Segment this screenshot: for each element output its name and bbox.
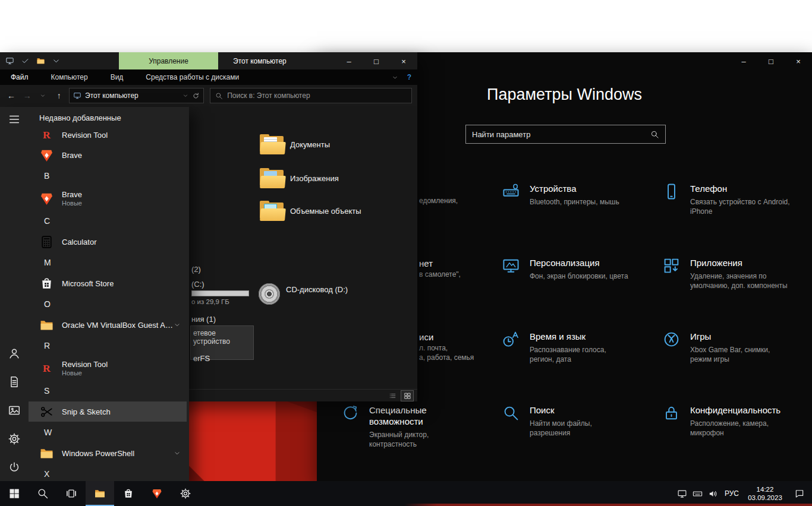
snip-icon (39, 404, 54, 419)
taskbar-explorer-button[interactable] (86, 481, 114, 506)
quick-access-check[interactable] (21, 56, 30, 65)
language-indicator[interactable]: РУС (720, 489, 743, 498)
tray-network-icon[interactable] (674, 481, 690, 506)
settings-category-специальные-возможности[interactable]: Специальные возможностиЭкранный диктор, … (342, 404, 471, 449)
start-power-button[interactable] (8, 461, 21, 474)
settings-category-телефон[interactable]: ТелефонСвязать устройство с Android, iPh… (663, 183, 792, 216)
action-center-button[interactable] (787, 481, 812, 506)
clock[interactable]: 14:22 03.09.2023 (743, 485, 787, 502)
drives-group-header-fragment[interactable]: (2) (191, 265, 201, 274)
start-app-revision-tool[interactable]: RRevision Tool (29, 125, 187, 145)
cd-drive-tile[interactable]: CD-дисковод (D:) (259, 283, 348, 305)
settings-category-игры[interactable]: ИгрыXbox Game Bar, снимки, режим игры (663, 331, 792, 364)
apps-icon (663, 257, 680, 274)
settings-occluded-category-fragment[interactable]: исил. почта,а, работа, семья (419, 331, 474, 362)
start-button[interactable] (0, 481, 29, 506)
ribbon-tab-вид[interactable]: Вид (111, 73, 124, 81)
start-section-letter-b[interactable]: B (29, 165, 187, 186)
tray-keyboard-icon[interactable] (690, 481, 705, 506)
explorer-maximize-button[interactable]: □ (363, 52, 390, 70)
start-pictures-button[interactable] (8, 404, 21, 417)
settings-category-устройства[interactable]: УстройстваBluetooth, принтеры, мышь (502, 183, 619, 207)
speaker-icon (708, 489, 718, 499)
ribbon-tab-компьютер[interactable]: Компьютер (51, 73, 88, 81)
ribbon-collapse-icon[interactable] (392, 74, 398, 81)
folder-small-icon (39, 446, 54, 461)
ribbon-contextual-tab-management[interactable]: Управление (119, 52, 218, 69)
folder-tile-документы[interactable]: Документы (260, 134, 330, 154)
drive-c-capacity-bar (191, 290, 249, 296)
gear-icon (180, 488, 191, 499)
gear-icon (8, 432, 21, 445)
start-section-letter-m[interactable]: M (29, 252, 187, 273)
settings-occluded-category-fragment[interactable]: нетв самолете", (419, 258, 461, 279)
quick-access-this-pc[interactable] (5, 56, 14, 65)
history-dropdown-button[interactable] (37, 89, 49, 102)
help-icon[interactable]: ? (407, 73, 411, 81)
explorer-minimize-button[interactable]: – (335, 52, 363, 70)
network-group-header-fragment[interactable]: ния (1) (191, 315, 216, 324)
forward-button[interactable]: → (21, 89, 33, 102)
settings-search-box[interactable]: Найти параметр (465, 125, 666, 144)
start-app-brave[interactable]: Brave (29, 145, 187, 165)
settings-occluded-category-fragment[interactable]: едомления, (419, 196, 458, 205)
settings-category-приложения[interactable]: ПриложенияУдаление, значения по умолчани… (663, 257, 792, 290)
explorer-ribbon-tabs: ФайлКомпьютерВидСредства работы с дискам… (0, 69, 417, 85)
start-expand-button[interactable] (8, 113, 21, 126)
ribbon-tab-файл[interactable]: Файл (11, 73, 29, 81)
start-section-letter-o[interactable]: O (29, 293, 187, 315)
address-dropdown-icon[interactable] (182, 93, 188, 99)
start-documents-button[interactable] (8, 375, 21, 388)
folder-small-icon (39, 318, 54, 333)
start-section-letter-r[interactable]: R (29, 335, 187, 356)
start-section-letter-w[interactable]: W (29, 422, 187, 443)
start-account-button[interactable] (8, 347, 21, 360)
start-app-oracle-vm-virtualbox-guest-addit[interactable]: Oracle VM VirtualBox Guest Addit... (29, 315, 187, 335)
thumbnail-view-button[interactable] (401, 391, 413, 401)
refresh-icon[interactable] (192, 92, 200, 100)
settings-maximize-button[interactable]: □ (757, 52, 785, 70)
explorer-search-box[interactable]: Поиск в: Этот компьютер (210, 88, 412, 103)
list-view-button[interactable] (386, 391, 398, 401)
network-location-tile[interactable]: етевое устройство erFS (190, 325, 254, 360)
start-app-calculator[interactable]: Calculator (29, 232, 187, 252)
start-app-text: Oracle VM VirtualBox Guest Addit... (62, 321, 174, 330)
task-view-button[interactable] (57, 481, 86, 506)
taskbar-search-button[interactable] (29, 481, 57, 506)
start-section-letter-s[interactable]: S (29, 380, 187, 401)
folder-tile-изображения[interactable]: Изображения (260, 168, 339, 188)
settings-category-поиск[interactable]: ПоискНайти мои файлы, разрешения (502, 404, 632, 438)
explorer-close-button[interactable]: × (390, 52, 417, 70)
start-app-badge: Новые (62, 369, 108, 377)
start-app-windows-powershell[interactable]: Windows PowerShell (29, 443, 187, 463)
up-button[interactable]: ↑ (53, 89, 65, 102)
taskbar-store-button[interactable] (114, 481, 143, 506)
back-button[interactable]: ← (5, 89, 17, 102)
start-app-text: BraveНовые (62, 190, 82, 207)
start-app-snip-sketch[interactable]: Snip & Sketch (29, 401, 187, 422)
quick-access-folder[interactable] (36, 56, 45, 65)
settings-category-subtitle: Найти мои файлы, разрешения (530, 419, 632, 438)
settings-category-конфиденциальность[interactable]: КонфиденциальностьРасположение, камера, … (663, 404, 792, 438)
start-section-letter-c[interactable]: C (29, 210, 187, 232)
settings-window-controls: – □ × (730, 52, 812, 70)
taskbar-settings-button[interactable] (171, 481, 200, 506)
settings-category-персонализация[interactable]: ПерсонализацияФон, экран блокировки, цве… (502, 257, 628, 281)
start-app-microsoft-store[interactable]: Microsoft Store (29, 273, 187, 293)
start-settings-button[interactable] (8, 432, 21, 445)
settings-category-subtitle: Распознавание голоса, регион, дата (530, 345, 632, 364)
settings-category-text: ТелефонСвязать устройство с Android, iPh… (690, 183, 792, 216)
settings-search-placeholder: Найти параметр (472, 130, 650, 139)
start-app-brave[interactable]: BraveНовые (29, 186, 187, 210)
ribbon-tab-средства-работы-с-дисками[interactable]: Средства работы с дисками (146, 73, 239, 81)
settings-category-время-и-язык[interactable]: Время и языкРаспознавание голоса, регион… (502, 331, 632, 364)
settings-minimize-button[interactable]: – (730, 52, 757, 70)
taskbar-brave-button[interactable] (143, 481, 171, 506)
tray-speaker-icon[interactable] (705, 481, 720, 506)
folder-tile-объемные-объекты[interactable]: Объемные объекты (260, 201, 361, 221)
start-section-letter-x[interactable]: X (29, 463, 187, 481)
quick-access-dropdown[interactable] (52, 56, 61, 65)
address-bar[interactable]: Этот компьютер (69, 88, 204, 103)
settings-close-button[interactable]: × (785, 52, 812, 70)
start-app-revision-tool[interactable]: RRevision ToolНовые (29, 356, 187, 380)
